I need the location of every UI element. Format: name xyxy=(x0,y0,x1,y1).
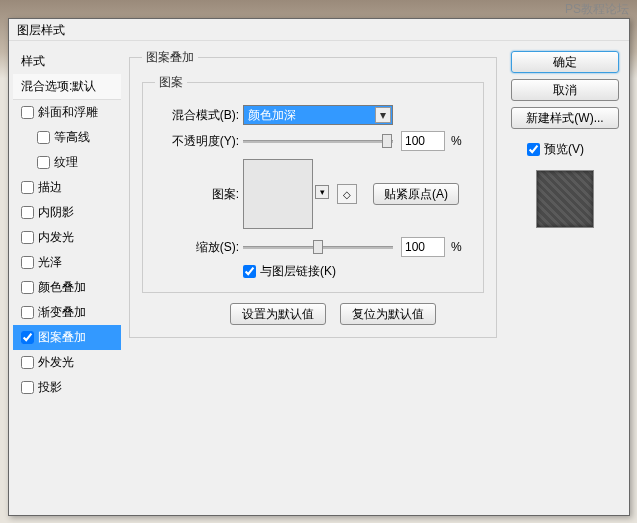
slider-track xyxy=(243,140,393,143)
blend-mode-dropdown[interactable]: 颜色加深 ▾ xyxy=(243,105,393,125)
sidebar-checkbox[interactable] xyxy=(37,156,50,169)
sidebar-item-5[interactable]: 内发光 xyxy=(13,225,121,250)
sidebar-item-label: 光泽 xyxy=(38,254,62,271)
preview-swatch xyxy=(536,170,594,228)
opacity-pct: % xyxy=(451,134,462,148)
sidebar-item-10[interactable]: 外发光 xyxy=(13,350,121,375)
slider-thumb[interactable] xyxy=(313,240,323,254)
opacity-label: 不透明度(Y): xyxy=(155,133,239,150)
new-preset-icon[interactable]: ◇ xyxy=(337,184,357,204)
pattern-overlay-group: 图案叠加 图案 混合模式(B): 颜色加深 ▾ 不透明度(Y): xyxy=(129,49,497,338)
sidebar-item-11[interactable]: 投影 xyxy=(13,375,121,400)
sidebar-item-label: 斜面和浮雕 xyxy=(38,104,98,121)
opacity-slider[interactable] xyxy=(243,133,393,149)
blend-mode-label: 混合模式(B): xyxy=(155,107,239,124)
sidebar-checkbox[interactable] xyxy=(21,381,34,394)
snap-origin-button[interactable]: 贴紧原点(A) xyxy=(373,183,459,205)
layer-style-dialog: 图层样式 样式 混合选项:默认 斜面和浮雕等高线纹理描边内阴影内发光光泽颜色叠加… xyxy=(8,18,630,516)
sidebar-item-8[interactable]: 渐变叠加 xyxy=(13,300,121,325)
sidebar-item-3[interactable]: 描边 xyxy=(13,175,121,200)
blend-mode-value: 颜色加深 xyxy=(248,107,296,124)
sidebar-heading[interactable]: 样式 xyxy=(13,49,121,74)
styles-sidebar: 样式 混合选项:默认 斜面和浮雕等高线纹理描边内阴影内发光光泽颜色叠加渐变叠加图… xyxy=(13,45,121,511)
sidebar-checkbox[interactable] xyxy=(21,106,34,119)
scale-slider[interactable] xyxy=(243,239,393,255)
default-buttons-row: 设置为默认值 复位为默认值 xyxy=(142,303,484,325)
sidebar-item-4[interactable]: 内阴影 xyxy=(13,200,121,225)
sidebar-item-2[interactable]: 纹理 xyxy=(13,150,121,175)
sidebar-item-label: 渐变叠加 xyxy=(38,304,86,321)
inner-title: 图案 xyxy=(155,74,187,91)
opacity-input[interactable] xyxy=(401,131,445,151)
slider-thumb[interactable] xyxy=(382,134,392,148)
cancel-button[interactable]: 取消 xyxy=(511,79,619,101)
sidebar-checkbox[interactable] xyxy=(21,231,34,244)
sidebar-checkbox[interactable] xyxy=(21,181,34,194)
dialog-titlebar[interactable]: 图层样式 xyxy=(9,19,629,41)
pattern-swatch[interactable] xyxy=(243,159,313,229)
sidebar-checkbox[interactable] xyxy=(21,206,34,219)
sidebar-item-6[interactable]: 光泽 xyxy=(13,250,121,275)
right-column: 确定 取消 新建样式(W)... 预览(V) xyxy=(505,45,625,511)
chevron-down-icon: ▾ xyxy=(375,107,391,123)
pattern-row: 图案: ▾ ◇ 贴紧原点(A) xyxy=(155,159,471,229)
group-title: 图案叠加 xyxy=(142,49,198,66)
opacity-row: 不透明度(Y): % xyxy=(155,131,471,151)
sidebar-checkbox[interactable] xyxy=(21,356,34,369)
sidebar-item-9[interactable]: 图案叠加 xyxy=(13,325,121,350)
preview-label: 预览(V) xyxy=(544,141,584,158)
link-with-layer-label: 与图层链接(K) xyxy=(260,263,336,280)
ok-button[interactable]: 确定 xyxy=(511,51,619,73)
link-with-layer-checkbox[interactable] xyxy=(243,265,256,278)
new-style-button[interactable]: 新建样式(W)... xyxy=(511,107,619,129)
sidebar-checkbox[interactable] xyxy=(21,306,34,319)
sidebar-checkbox[interactable] xyxy=(21,281,34,294)
sidebar-checkbox[interactable] xyxy=(21,331,34,344)
scale-row: 缩放(S): % xyxy=(155,237,471,257)
sidebar-item-label: 内阴影 xyxy=(38,204,74,221)
scale-pct: % xyxy=(451,240,462,254)
sidebar-checkbox[interactable] xyxy=(21,256,34,269)
dialog-content: 样式 混合选项:默认 斜面和浮雕等高线纹理描边内阴影内发光光泽颜色叠加渐变叠加图… xyxy=(9,41,629,515)
scale-label: 缩放(S): xyxy=(155,239,239,256)
sidebar-item-label: 等高线 xyxy=(54,129,90,146)
sidebar-checkbox[interactable] xyxy=(37,131,50,144)
sidebar-item-label: 投影 xyxy=(38,379,62,396)
sidebar-item-1[interactable]: 等高线 xyxy=(13,125,121,150)
sidebar-blending-options[interactable]: 混合选项:默认 xyxy=(13,74,121,100)
sidebar-item-7[interactable]: 颜色叠加 xyxy=(13,275,121,300)
link-row: 与图层链接(K) xyxy=(155,263,471,280)
wm-line1: PS教程论坛 xyxy=(534,2,629,16)
sidebar-item-label: 颜色叠加 xyxy=(38,279,86,296)
sidebar-item-label: 图案叠加 xyxy=(38,329,86,346)
preview-checkbox[interactable] xyxy=(527,143,540,156)
sidebar-item-label: 纹理 xyxy=(54,154,78,171)
pattern-menu-icon[interactable]: ▾ xyxy=(315,185,329,199)
set-default-button[interactable]: 设置为默认值 xyxy=(230,303,326,325)
reset-default-button[interactable]: 复位为默认值 xyxy=(340,303,436,325)
scale-input[interactable] xyxy=(401,237,445,257)
sidebar-item-0[interactable]: 斜面和浮雕 xyxy=(13,100,121,125)
sidebar-item-label: 内发光 xyxy=(38,229,74,246)
pattern-label: 图案: xyxy=(155,186,239,203)
sidebar-item-label: 描边 xyxy=(38,179,62,196)
dialog-title: 图层样式 xyxy=(17,23,65,37)
main-panel: 图案叠加 图案 混合模式(B): 颜色加深 ▾ 不透明度(Y): xyxy=(121,45,505,511)
blend-mode-row: 混合模式(B): 颜色加深 ▾ xyxy=(155,105,471,125)
sidebar-item-label: 外发光 xyxy=(38,354,74,371)
preview-row: 预览(V) xyxy=(511,141,619,158)
pattern-inner-group: 图案 混合模式(B): 颜色加深 ▾ 不透明度(Y): xyxy=(142,74,484,293)
